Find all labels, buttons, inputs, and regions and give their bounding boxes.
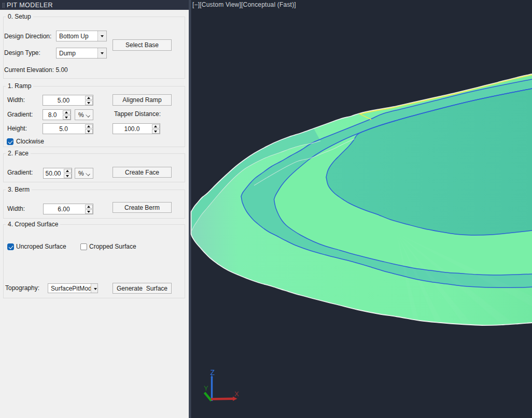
svg-text:Z: Z: [211, 368, 215, 377]
svg-text:Y: Y: [204, 384, 208, 392]
svg-text:X: X: [234, 390, 239, 398]
